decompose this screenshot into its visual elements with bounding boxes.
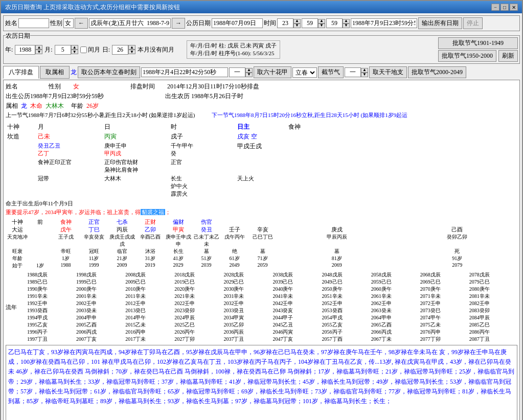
liuyear-cell-3-8: 2071辛未 xyxy=(419,293,468,300)
gender-input[interactable] xyxy=(63,18,74,28)
name-input[interactable] xyxy=(18,18,49,28)
maximize-button[interactable]: □ xyxy=(501,4,509,11)
leap-checkbox-label[interactable]: 闰月 xyxy=(80,45,100,54)
solar-date-input[interactable] xyxy=(212,18,263,28)
output-all-dates-button[interactable]: 输出所有日期 xyxy=(418,17,462,29)
shishen-header-row: 十神 月 日 时 日主 食神 xyxy=(6,122,517,132)
year-down[interactable]: ▼ xyxy=(35,50,42,54)
year-up[interactable]: ▲ xyxy=(35,45,42,50)
month-input[interactable] xyxy=(55,45,71,55)
dayun-gan5: 甲寅 xyxy=(164,226,192,234)
arrow-left-button[interactable]: ← xyxy=(75,18,88,29)
wangshuai-shi: 长生 炉中火 霹雳火 xyxy=(169,174,236,198)
batch-1901-1949-button[interactable]: 批取节气1901-1949 xyxy=(438,37,518,49)
batch-2000-2049-button[interactable]: 批取节气2000-2049 xyxy=(408,66,466,78)
main-content-area: 姓名 性别 女 排盘时间 2014年12月30日11时17分10秒排盘 出生公历… xyxy=(3,80,520,420)
liuyear-section: 流年 1988戊辰1998戊辰2008戊辰2018戊辰2028戊辰2038戊辰2… xyxy=(6,271,517,343)
liuyear-cell-8-0: 1996丙子 xyxy=(26,329,75,336)
liuyear-cell-1-9: 2079己巳 xyxy=(468,278,517,286)
day-up[interactable]: ▲ xyxy=(128,45,135,50)
gongli-time-input[interactable] xyxy=(141,67,228,77)
shang-jieqi: 上一节气1988年7月7日6时32分55秒小暑,距生日2天18小时 (如果逆排1… xyxy=(6,112,195,118)
min-input[interactable] xyxy=(302,18,318,28)
liuyear-cell-3-3: 2021辛未 xyxy=(173,293,222,300)
month-down[interactable]: ▼ xyxy=(71,50,78,54)
sec-down[interactable]: ▼ xyxy=(343,24,350,28)
month-up[interactable]: ▲ xyxy=(71,45,78,50)
wuxing1-value: 木命 xyxy=(30,102,42,110)
liuyear-cell-6-4: 2034甲寅 xyxy=(222,314,271,321)
arrow-right-button[interactable]: → xyxy=(172,18,185,29)
refresh-button[interactable]: 刷新 xyxy=(498,50,518,62)
jieqi2-down[interactable]: ▼ xyxy=(361,73,368,77)
liuyear-row-1: 1989己巳1999己巳2009己巳2019己巳2029己巳2039己巳2049… xyxy=(26,278,517,286)
batch-1950-2000-button[interactable]: 批取节气1950-2000 xyxy=(438,50,496,62)
qu-liujia-button[interactable]: 取六十花甲 xyxy=(254,66,291,78)
dayun-age4: 31岁 xyxy=(136,255,164,262)
jieqi-button[interactable]: 截节气 xyxy=(318,66,344,78)
gongli-button[interactable]: 取公历本年立春时刻 xyxy=(78,66,140,78)
gender-label: 性别 xyxy=(50,19,62,28)
canggan-row: 食神正印正官 正印伤官劫财 枭神比肩食神 正官 xyxy=(6,158,517,174)
long-label[interactable]: 龙 xyxy=(71,68,77,77)
liuyear-cell-8-3: 2026丙午 xyxy=(173,329,222,336)
liuyear-cell-3-0: 1991辛未 xyxy=(26,293,75,300)
leap-checkbox[interactable] xyxy=(80,46,87,53)
dayun-ws4: 沐浴 xyxy=(136,248,164,255)
dayun-start1: 1988 xyxy=(52,262,80,269)
jieqi-spinner-input[interactable] xyxy=(229,67,245,77)
liuyear-cell-6-3: 2024甲辰 xyxy=(173,314,222,321)
info-paipan-label: 排盘时间 xyxy=(130,82,155,91)
dayun-empty2 xyxy=(248,218,277,226)
dayun-wangshuai-row: 旺衰 帝旺 冠旺 临官 沐浴 长生 墓 绝 墓 墓 死 xyxy=(6,248,517,255)
day-input[interactable] xyxy=(112,45,128,55)
dayun-age0 xyxy=(29,255,52,262)
dayun-age1: 1岁 xyxy=(52,255,80,262)
quxiang-tab[interactable]: 取属相 xyxy=(40,66,70,79)
bagua-tab[interactable]: 八字排盘 xyxy=(3,66,39,79)
dayun-start7: 2049 xyxy=(220,262,248,269)
jieqi-down[interactable]: ▼ xyxy=(245,73,253,77)
full-time-input[interactable] xyxy=(351,18,417,28)
dayun-ws10: 死 xyxy=(397,248,518,255)
stop-button[interactable]: 停止 xyxy=(463,17,483,29)
canggan-ri2-val: 枭神比肩食神 xyxy=(104,166,168,174)
dayun-ws5: 长生 xyxy=(164,248,192,255)
jieqi2-spinner-input[interactable] xyxy=(345,67,361,77)
dayun-gan8: 辛亥 xyxy=(248,226,277,234)
top-toolbar: 姓名 性别 ← → 公历日期 时间 ▲ ▼ ▲ ▼ xyxy=(3,15,520,31)
liuyear-cell-4-0: 1992壬申 xyxy=(26,300,75,307)
lichun-select[interactable]: 立春 xyxy=(292,67,317,78)
liuyear-cell-5-2: 2013癸巳 xyxy=(124,307,173,314)
liuyear-cell-8-2: 2016丙申 xyxy=(124,329,173,336)
scroll-text-area[interactable]: 乙巳马在丁亥，93岁禄在丙寅马在丙成，94岁禄在丁卯马在乙酉，95岁禄在戊辰马在… xyxy=(6,345,517,420)
dayun-ws3: 临官 xyxy=(108,248,136,255)
hour-input[interactable] xyxy=(277,18,293,28)
year-input[interactable] xyxy=(15,45,35,55)
no-leap-text: 本月没有闰月 xyxy=(138,45,174,54)
time-label: 时间 xyxy=(264,19,276,28)
sec-input[interactable] xyxy=(326,18,343,28)
tiangan-dizhi-button[interactable]: 取天干地支 xyxy=(369,66,407,78)
wangshuai-row: 冠带 大林木 长生 炉中火 霹雳火 天上火 xyxy=(6,174,517,198)
liuyear-cell-7-8: 2075乙未 xyxy=(419,321,468,329)
day-down[interactable]: ▼ xyxy=(128,50,135,54)
minimize-button[interactable]: − xyxy=(491,4,499,11)
lunar-date-input[interactable] xyxy=(89,18,171,28)
shuxiang-label: 属相 xyxy=(6,102,18,110)
tianke-row: 癸丑乙丑 乙丁 庚申壬申 甲丙戌 千午甲午 癸 甲戌壬戌 xyxy=(6,142,517,158)
hour-down[interactable]: ▼ xyxy=(293,24,301,28)
dayun-wangshuai-label: 旺衰 xyxy=(6,248,29,255)
liuyear-cell-3-5: 2041辛未 xyxy=(271,293,321,300)
tianke-nian: 甲戌壬戌 xyxy=(236,142,517,158)
liuyear-cell-7-3: 2025乙巳 xyxy=(173,321,222,329)
close-button[interactable]: ✕ xyxy=(510,4,518,11)
min-down[interactable]: ▼ xyxy=(318,24,325,28)
dayun-age3: 21岁 xyxy=(108,255,136,262)
dayun-gan6: 癸丑 xyxy=(192,226,220,234)
liuyear-row-7: 1995乙亥2005乙酉2015乙未2025乙巳2035乙卯2045乙丑2055… xyxy=(26,321,517,329)
dayun-gan3: 丙辰 xyxy=(108,226,136,234)
title-bar: 农历日期查询 上页排采取连动方式,农历分组框中需要按局新按钮 − □ ✕ xyxy=(1,1,522,13)
liuyear-cell-8-6: 2056丙子 xyxy=(321,329,370,336)
canggan-label xyxy=(6,158,36,174)
